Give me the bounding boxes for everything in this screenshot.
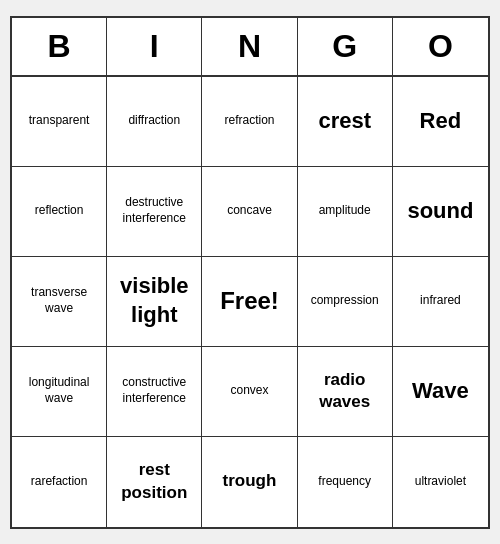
header-letter: I <box>107 18 202 75</box>
cell-text: ultraviolet <box>415 474 466 490</box>
cell-text: Free! <box>220 285 279 316</box>
cell-text: destructive interference <box>111 195 197 226</box>
header-letter: N <box>202 18 297 75</box>
bingo-cell[interactable]: rest position <box>107 437 202 527</box>
bingo-cell[interactable]: frequency <box>298 437 393 527</box>
bingo-cell[interactable]: rarefaction <box>12 437 107 527</box>
bingo-cell[interactable]: radio waves <box>298 347 393 437</box>
bingo-cell[interactable]: compression <box>298 257 393 347</box>
cell-text: amplitude <box>319 203 371 219</box>
bingo-cell[interactable]: longitudinal wave <box>12 347 107 437</box>
bingo-cell[interactable]: constructive interference <box>107 347 202 437</box>
cell-text: compression <box>311 293 379 309</box>
header-letter: G <box>298 18 393 75</box>
bingo-cell[interactable]: amplitude <box>298 167 393 257</box>
cell-text: diffraction <box>128 113 180 129</box>
cell-text: longitudinal wave <box>16 375 102 406</box>
bingo-cell[interactable]: Red <box>393 77 488 167</box>
bingo-grid: transparentdiffractionrefractioncrestRed… <box>12 77 488 527</box>
cell-text: Red <box>420 107 462 136</box>
cell-text: crest <box>318 107 371 136</box>
bingo-cell[interactable]: destructive interference <box>107 167 202 257</box>
cell-text: visible light <box>111 272 197 329</box>
cell-text: refraction <box>224 113 274 129</box>
cell-text: transverse wave <box>16 285 102 316</box>
cell-text: frequency <box>318 474 371 490</box>
cell-text: concave <box>227 203 272 219</box>
bingo-cell[interactable]: Free! <box>202 257 297 347</box>
cell-text: Wave <box>412 377 469 406</box>
cell-text: rarefaction <box>31 474 88 490</box>
bingo-cell[interactable]: Wave <box>393 347 488 437</box>
cell-text: transparent <box>29 113 90 129</box>
bingo-cell[interactable]: crest <box>298 77 393 167</box>
bingo-cell[interactable]: transparent <box>12 77 107 167</box>
bingo-cell[interactable]: convex <box>202 347 297 437</box>
bingo-cell[interactable]: trough <box>202 437 297 527</box>
cell-text: reflection <box>35 203 84 219</box>
cell-text: convex <box>230 383 268 399</box>
bingo-cell[interactable]: reflection <box>12 167 107 257</box>
bingo-card: BINGO transparentdiffractionrefractioncr… <box>10 16 490 529</box>
bingo-cell[interactable]: sound <box>393 167 488 257</box>
bingo-cell[interactable]: infrared <box>393 257 488 347</box>
bingo-cell[interactable]: refraction <box>202 77 297 167</box>
header-letter: O <box>393 18 488 75</box>
bingo-cell[interactable]: diffraction <box>107 77 202 167</box>
cell-text: radio waves <box>302 369 388 413</box>
bingo-header: BINGO <box>12 18 488 77</box>
cell-text: constructive interference <box>111 375 197 406</box>
bingo-cell[interactable]: transverse wave <box>12 257 107 347</box>
cell-text: trough <box>223 470 277 492</box>
cell-text: rest position <box>111 459 197 503</box>
cell-text: sound <box>407 197 473 226</box>
cell-text: infrared <box>420 293 461 309</box>
bingo-cell[interactable]: ultraviolet <box>393 437 488 527</box>
bingo-cell[interactable]: concave <box>202 167 297 257</box>
header-letter: B <box>12 18 107 75</box>
bingo-cell[interactable]: visible light <box>107 257 202 347</box>
